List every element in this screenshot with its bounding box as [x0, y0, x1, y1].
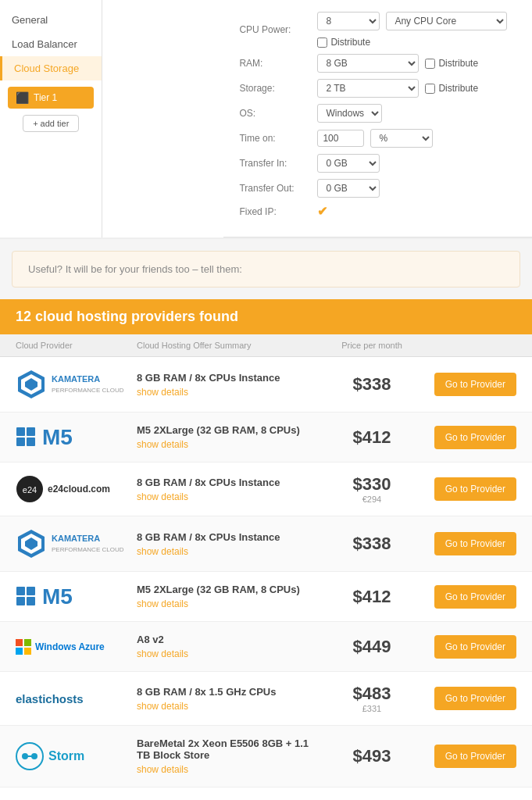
fixed-ip-label: Fixed IP:: [239, 206, 317, 217]
provider-summary-m5_2: M5 2XLarge (32 GB RAM, 8 CPUs) show deta…: [137, 584, 321, 609]
price-main: $483: [321, 684, 423, 704]
go-to-provider-button[interactable]: Go to Provider: [434, 373, 516, 396]
show-details-link[interactable]: show details: [137, 648, 188, 659]
sidebar-item-cloud-storage[interactable]: Cloud Storage: [0, 56, 102, 80]
go-to-provider-button[interactable]: Go to Provider: [434, 477, 516, 501]
ram-row: RAM: 8 GB4 GB16 GB Distribute: [239, 54, 516, 73]
storage-select[interactable]: 2 TB1 TB500 GB: [317, 79, 419, 98]
svg-rect-4: [27, 427, 35, 436]
storage-row: Storage: 2 TB1 TB500 GB Distribute: [239, 79, 516, 98]
summary-title: 8 GB RAM / 8x 1.5 GHz CPUs: [137, 686, 321, 698]
col-header-price: Price per month: [321, 341, 423, 350]
provider-row: KAMATERAPERFORMANCE CLOUD 8 GB RAM / 8x …: [0, 357, 532, 412]
provider-action-m5_2: Go to Provider: [423, 585, 516, 609]
show-details-link[interactable]: show details: [137, 598, 188, 609]
os-select[interactable]: WindowsLinux: [317, 104, 382, 123]
show-details-link[interactable]: show details: [137, 439, 188, 450]
provider-action-m5_1: Go to Provider: [423, 426, 516, 449]
transfer-in-select[interactable]: 0 GB100 GB500 GB: [317, 154, 380, 173]
timeon-row: Time on: %hours: [239, 129, 516, 148]
summary-title: 8 GB RAM / 8x CPUs Instance: [137, 531, 321, 543]
provider-row: M5 M5 2XLarge (32 GB RAM, 8 CPUs) show d…: [0, 412, 532, 462]
sidebar-item-general[interactable]: General: [0, 8, 102, 32]
svg-rect-18: [16, 648, 23, 655]
provider-action-kamatera1: Go to Provider: [423, 373, 516, 396]
providers-list: KAMATERAPERFORMANCE CLOUD 8 GB RAM / 8x …: [0, 357, 532, 800]
go-to-provider-button[interactable]: Go to Provider: [434, 635, 516, 659]
ram-distribute-label: Distribute: [438, 58, 478, 69]
provider-action-kamatera2: Go to Provider: [423, 532, 516, 555]
provider-logo-elastichosts: elastichosts: [16, 692, 137, 705]
results-header: 12 cloud hosting providers found: [0, 299, 532, 334]
sidebar: General Load Balancer Cloud Storage ⬛ Ti…: [0, 0, 102, 238]
provider-summary-azure: A8 v2 show details: [137, 634, 321, 659]
svg-rect-17: [24, 639, 31, 646]
show-details-link[interactable]: show details: [137, 387, 188, 398]
sidebar-item-load-balancer[interactable]: Load Balancer: [0, 32, 102, 56]
ram-select[interactable]: 8 GB4 GB16 GB: [317, 54, 419, 73]
go-to-provider-button[interactable]: Go to Provider: [434, 745, 516, 768]
cpu-power-label: CPU Power:: [239, 24, 317, 35]
timeon-input[interactable]: [317, 130, 364, 147]
provider-summary-m5_1: M5 2XLarge (32 GB RAM, 8 CPUs) show deta…: [137, 424, 321, 450]
show-details-link[interactable]: show details: [137, 546, 188, 557]
svg-rect-6: [27, 438, 35, 446]
show-details-link[interactable]: show details: [137, 764, 188, 775]
svg-rect-5: [16, 438, 25, 446]
price-main: $412: [321, 427, 423, 448]
storage-distribute-label: Distribute: [438, 83, 478, 94]
promo-text: Useful? It will be for your friends too …: [28, 263, 242, 275]
transfer-out-row: Transfer Out: 0 GB100 GB500 GB: [239, 179, 516, 198]
provider-action-elastichosts: Go to Provider: [423, 687, 516, 710]
ram-distribute-checkbox[interactable]: [425, 59, 435, 69]
promo-banner: Useful? It will be for your friends too …: [12, 251, 520, 288]
provider-logo-kamatera1: KAMATERAPERFORMANCE CLOUD: [16, 369, 137, 400]
config-panel: CPU Power: 8416 Any CPU Core Distribute …: [223, 0, 532, 238]
add-tier-button[interactable]: + add tier: [23, 115, 79, 132]
col-header-provider: Cloud Provider: [16, 341, 137, 350]
provider-row: Windows Azure A8 v2 show details $449 Go…: [0, 622, 532, 672]
provider-price-m5_2: $412: [321, 587, 423, 607]
timeon-unit-select[interactable]: %hours: [370, 129, 433, 148]
go-to-provider-button[interactable]: Go to Provider: [434, 426, 516, 449]
results-count: 12 cloud hosting providers found: [16, 309, 238, 324]
provider-row: M5 M5 2XLarge (32 GB RAM, 8 CPUs) show d…: [0, 572, 532, 622]
col-header-summary: Cloud Hosting Offer Summary: [137, 341, 321, 350]
cpu-core-select[interactable]: Any CPU Core: [386, 12, 507, 30]
provider-action-storm: Go to Provider: [423, 745, 516, 768]
go-to-provider-button[interactable]: Go to Provider: [434, 585, 516, 609]
provider-action-e24cloud: Go to Provider: [423, 477, 516, 501]
provider-logo-m5_2: M5: [16, 584, 137, 609]
os-label: OS:: [239, 108, 317, 119]
show-details-link[interactable]: show details: [137, 701, 188, 712]
transfer-in-label: Transfer In:: [239, 158, 317, 169]
provider-price-m5_1: $412: [321, 427, 423, 448]
svg-rect-13: [27, 587, 35, 595]
go-to-provider-button[interactable]: Go to Provider: [434, 532, 516, 555]
cpu-power-row: CPU Power: 8416 Any CPU Core Distribute: [239, 12, 516, 48]
table-header: Cloud Provider Cloud Hosting Offer Summa…: [0, 334, 532, 357]
summary-title: BareMetal 2x Xeon E5506 8GB + 1.1 TB Blo…: [137, 738, 321, 761]
summary-title: M5 2XLarge (32 GB RAM, 8 CPUs): [137, 424, 321, 436]
summary-title: 8 GB RAM / 8x CPUs Instance: [137, 477, 321, 488]
storage-label: Storage:: [239, 83, 317, 94]
provider-summary-e24cloud: 8 GB RAM / 8x CPUs Instance show details: [137, 477, 321, 502]
svg-text:e24: e24: [23, 485, 37, 495]
show-details-link[interactable]: show details: [137, 491, 188, 502]
go-to-provider-button[interactable]: Go to Provider: [434, 687, 516, 710]
fixed-ip-row: Fixed IP: ✔: [239, 204, 516, 219]
transfer-out-select[interactable]: 0 GB100 GB500 GB: [317, 179, 380, 198]
price-main: $330: [321, 474, 423, 495]
provider-summary-kamatera1: 8 GB RAM / 8x CPUs Instance show details: [137, 372, 321, 398]
cpu-power-select[interactable]: 8416: [317, 12, 380, 30]
provider-price-elastichosts: $483 £331: [321, 684, 423, 713]
storage-distribute-checkbox[interactable]: [425, 84, 435, 94]
provider-summary-storm: BareMetal 2x Xeon E5506 8GB + 1.1 TB Blo…: [137, 738, 321, 775]
cpu-distribute-checkbox[interactable]: [317, 38, 327, 48]
ram-label: RAM:: [239, 58, 317, 69]
svg-rect-12: [16, 587, 25, 595]
price-main: $449: [321, 637, 423, 657]
svg-rect-16: [16, 639, 23, 646]
tier-box: ⬛ Tier 1: [8, 87, 94, 109]
provider-row: Google n1-standard-8 show details $504 G…: [0, 788, 532, 800]
